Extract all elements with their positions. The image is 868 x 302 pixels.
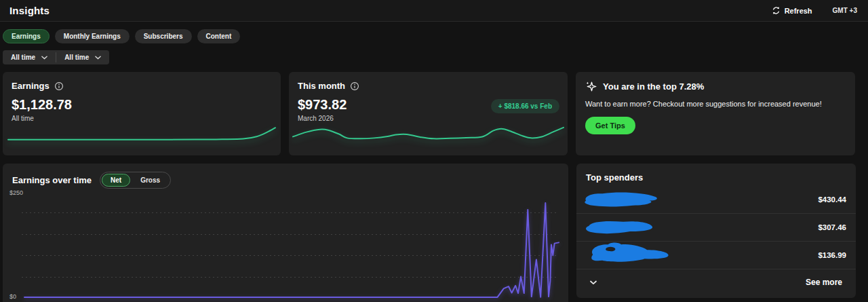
toggle-gross[interactable]: Gross bbox=[132, 174, 169, 187]
refresh-label: Refresh bbox=[785, 7, 812, 15]
this-month-sparkline bbox=[293, 124, 564, 147]
tab-earnings[interactable]: Earnings bbox=[3, 29, 50, 43]
time-filter-dropdown-2[interactable]: All time bbox=[56, 50, 109, 64]
time-filter-2-value: All time bbox=[64, 54, 89, 61]
redacted-name-scribble bbox=[582, 217, 656, 238]
earnings-over-time-chart bbox=[24, 191, 559, 298]
earnings-period: All time bbox=[12, 115, 272, 122]
insights-tabs: Earnings Monthly Earnings Subscribers Co… bbox=[3, 29, 868, 43]
toggle-net[interactable]: Net bbox=[102, 174, 130, 187]
earnings-card: Earnings $1,128.78 All time bbox=[3, 72, 281, 155]
refresh-icon bbox=[772, 6, 781, 15]
time-filter-group: All time All time bbox=[3, 50, 109, 64]
spender-amount: $136.99 bbox=[818, 251, 846, 259]
tab-subscribers[interactable]: Subscribers bbox=[135, 29, 192, 43]
y-axis-max-label: $250 bbox=[9, 189, 23, 196]
spender-row[interactable]: $136.99 bbox=[576, 242, 856, 269]
top-percent-card: You are in the top 7.28% Want to earn mo… bbox=[576, 72, 855, 155]
info-icon[interactable] bbox=[54, 81, 64, 91]
earnings-over-time-title: Earnings over time bbox=[12, 175, 92, 185]
this-month-card: This month $973.82 March 2026 + $818.66 … bbox=[289, 72, 568, 155]
filter-bar: All time All time bbox=[3, 50, 868, 64]
see-more-button[interactable]: See more bbox=[802, 277, 846, 288]
info-icon[interactable] bbox=[350, 81, 359, 91]
net-gross-toggle: Net Gross bbox=[100, 172, 171, 189]
redacted-name-scribble bbox=[582, 242, 678, 269]
earnings-over-time-card: Earnings over time Net Gross $250 $0 bbox=[3, 164, 568, 302]
expand-chevron-button[interactable] bbox=[590, 280, 597, 285]
earnings-amount: $1,128.78 bbox=[12, 97, 272, 113]
top-spenders-card: Top spenders $430.44 $307.46 $136.99 bbox=[576, 164, 856, 298]
spender-row[interactable]: $307.46 bbox=[576, 214, 856, 242]
spender-amount: $430.44 bbox=[818, 195, 846, 204]
redacted-name-scribble bbox=[582, 191, 661, 209]
timezone-label: GMT +3 bbox=[833, 7, 857, 14]
top-percent-subtitle: Want to earn more? Checkout more suggest… bbox=[585, 100, 846, 108]
month-change-badge: + $818.66 vs Feb bbox=[491, 99, 559, 113]
chevron-down-icon bbox=[590, 280, 597, 285]
y-axis-min-label: $0 bbox=[9, 293, 16, 300]
page-title: Insights bbox=[9, 5, 50, 16]
this-month-period: March 2026 bbox=[298, 115, 559, 122]
get-tips-button[interactable]: Get Tips bbox=[585, 117, 635, 134]
time-filter-dropdown-1[interactable]: All time bbox=[3, 50, 56, 64]
chevron-down-icon bbox=[41, 56, 47, 60]
time-filter-1-value: All time bbox=[11, 54, 35, 61]
header: Insights Refresh GMT +3 bbox=[0, 0, 868, 22]
tab-monthly-earnings[interactable]: Monthly Earnings bbox=[55, 29, 130, 43]
spender-amount: $307.46 bbox=[818, 223, 846, 231]
chevron-down-icon bbox=[95, 56, 101, 60]
tab-content[interactable]: Content bbox=[197, 29, 241, 43]
spender-row[interactable]: $430.44 bbox=[576, 186, 856, 214]
sparkle-icon bbox=[585, 81, 597, 92]
top-percent-title: You are in the top 7.28% bbox=[603, 81, 704, 92]
top-spenders-title: Top spenders bbox=[576, 164, 856, 183]
refresh-button[interactable]: Refresh bbox=[772, 6, 812, 15]
this-month-card-title: This month bbox=[298, 81, 345, 91]
earnings-sparkline bbox=[8, 124, 275, 142]
earnings-card-title: Earnings bbox=[12, 81, 50, 91]
